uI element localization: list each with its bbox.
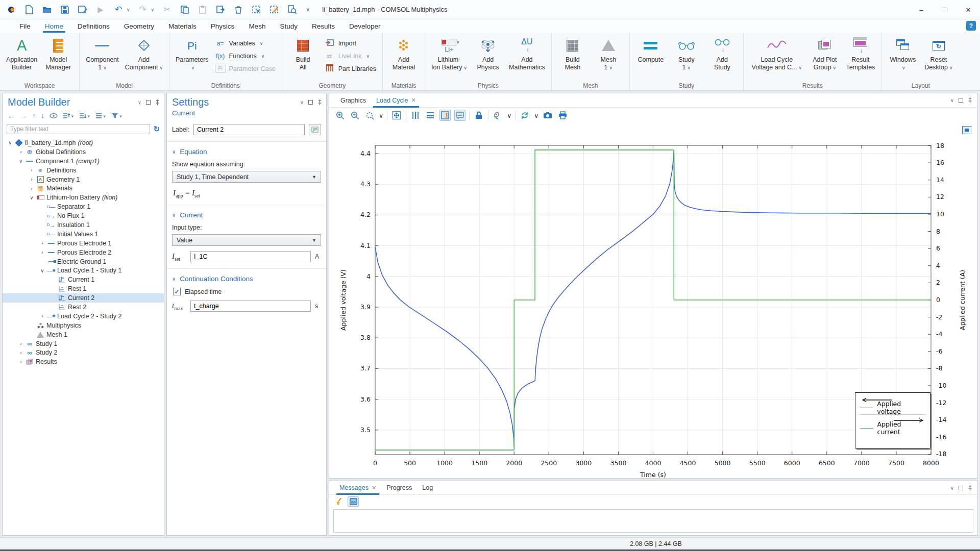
minimize-button[interactable]: –: [910, 0, 933, 19]
import-button[interactable]: Import: [321, 38, 379, 48]
dropdown-caret-icon[interactable]: ∨: [379, 112, 383, 119]
maximize-button[interactable]: [933, 0, 957, 19]
add-material-button[interactable]: AddMaterial: [386, 35, 422, 72]
duplicate-button[interactable]: [215, 5, 226, 15]
help-button[interactable]: ?: [966, 21, 976, 31]
clear-messages-button[interactable]: [333, 496, 345, 507]
save-button[interactable]: [60, 5, 70, 15]
panel-maximize-icon[interactable]: [308, 100, 313, 105]
tree-item-rest-2[interactable]: Rest 2: [3, 303, 164, 312]
tmax-input[interactable]: [190, 300, 311, 312]
expander-icon[interactable]: ›: [39, 240, 46, 246]
show-all-messages-button[interactable]: [348, 496, 359, 507]
expander-icon[interactable]: ∨: [28, 195, 35, 201]
redo-button[interactable]: ↷: [138, 5, 148, 15]
tree-item-lithium-ion-battery[interactable]: ∨Lithium-Ion Battery(liion): [3, 193, 164, 202]
tooltip-toggle-button[interactable]: [454, 110, 465, 121]
delete-button[interactable]: [233, 5, 243, 15]
tree-item-geometry-1[interactable]: ›AGeometry 1: [3, 175, 164, 184]
expander-icon[interactable]: ∨: [17, 158, 24, 164]
reset-desktop-button[interactable]: ↻ ResetDesktop∨: [921, 35, 957, 73]
functions-button[interactable]: f(x)Functions∨: [212, 51, 279, 61]
study-1-button[interactable]: Study1∨: [669, 35, 704, 73]
windows-button[interactable]: Windows∨: [885, 35, 921, 73]
panel-maximize-icon[interactable]: [959, 98, 963, 103]
component-1-button[interactable]: Component1∨: [83, 35, 122, 73]
build-all-button[interactable]: BuildAll: [285, 35, 321, 72]
select-box-button[interactable]: [251, 5, 261, 15]
dropdown-caret-icon[interactable]: ∨: [507, 112, 511, 119]
expander-icon[interactable]: ›: [28, 167, 35, 173]
section-continuation-conditions[interactable]: ∨Continuation Conditions: [167, 272, 326, 286]
undo-caret-icon[interactable]: ∨: [127, 7, 130, 12]
tab-messages[interactable]: Messages✕: [334, 481, 381, 495]
tree-item-root[interactable]: ∨li_battery_1d.mph(root): [3, 138, 164, 147]
tree-item-no-flux-1[interactable]: D→No Flux 1: [3, 211, 164, 220]
section-current[interactable]: ∨Current: [167, 208, 326, 222]
tree-item-insulation-1[interactable]: D→Insulation 1: [3, 220, 164, 230]
expander-icon[interactable]: ›: [28, 186, 35, 191]
select-draw-button[interactable]: [269, 5, 279, 15]
tree-item-component-1[interactable]: ∨Component 1(comp1): [3, 157, 164, 166]
print-button[interactable]: [557, 110, 568, 121]
parameter-case-button[interactable]: PiParameter Case: [212, 63, 279, 74]
tree-item-current-2[interactable]: Current 2: [3, 293, 164, 303]
tab-progress[interactable]: Progress: [381, 481, 417, 495]
add-plot-group-button[interactable]: Add PlotGroup∨: [807, 35, 843, 73]
tree-item-rest-1[interactable]: Rest 1: [3, 284, 164, 293]
copy-button[interactable]: [180, 5, 190, 15]
show-options-button[interactable]: [50, 113, 58, 118]
application-builder-button[interactable]: A ApplicationBuilder: [3, 35, 40, 72]
redo-caret-icon[interactable]: ∨: [151, 7, 155, 12]
build-mesh-button[interactable]: BuildMesh: [555, 35, 591, 72]
model-manager-button[interactable]: ModelManager: [40, 35, 76, 72]
parameters-button[interactable]: Pi Parameters∨: [173, 35, 212, 73]
tree-item-multiphysics[interactable]: Multiphysics: [3, 321, 164, 330]
tree-item-electric-ground-1[interactable]: Electric Ground 1: [3, 257, 164, 266]
close-button[interactable]: ✕: [957, 0, 980, 19]
menu-definitions[interactable]: Definitions: [70, 19, 117, 33]
find-button[interactable]: [287, 5, 297, 15]
expander-icon[interactable]: ›: [28, 177, 35, 182]
panel-pin-icon[interactable]: [317, 99, 322, 105]
tab-close-icon[interactable]: ✕: [372, 485, 376, 491]
livelink-button[interactable]: ⇄LiveLink∨: [321, 51, 379, 61]
add-physics-button[interactable]: AddPhysics: [470, 35, 506, 72]
paste-button[interactable]: [198, 5, 208, 15]
filter-button[interactable]: ∨: [111, 113, 122, 119]
tree-item-initial-values-1[interactable]: D—Initial Values 1: [3, 230, 164, 239]
qat-overflow-button[interactable]: ∨: [306, 6, 310, 13]
tree-item-current-1[interactable]: Current 1: [3, 275, 164, 284]
move-up-button[interactable]: ↑: [32, 112, 36, 120]
zoom-out-button[interactable]: [349, 110, 360, 121]
panel-pin-icon[interactable]: [968, 97, 972, 103]
new-file-button[interactable]: [24, 5, 34, 15]
create-note-button[interactable]: [309, 124, 321, 135]
tree-item-porous-electrode-2[interactable]: ›Porous Electrode 2: [3, 248, 164, 257]
undo-button[interactable]: ↶: [113, 5, 124, 15]
add-study-button[interactable]: ↓ AddStudy: [704, 35, 740, 72]
tree-item-mesh-1[interactable]: Mesh 1: [3, 330, 164, 339]
expander-icon[interactable]: ›: [39, 249, 46, 255]
expander-icon[interactable]: ∨: [7, 140, 14, 145]
load-cycle-voltage-button[interactable]: Load CycleVoltage and C...∨: [747, 35, 807, 73]
tab-load-cycle[interactable]: Load Cycle✕: [371, 93, 421, 108]
panel-pin-icon[interactable]: [968, 485, 972, 491]
mesh-1-button[interactable]: Mesh1∨: [591, 35, 626, 73]
lock-axes-button[interactable]: [473, 110, 484, 121]
tab-log[interactable]: Log: [417, 481, 438, 495]
menu-mesh[interactable]: Mesh: [241, 19, 273, 33]
menu-file[interactable]: File: [12, 19, 38, 33]
menu-materials[interactable]: Materials: [161, 19, 204, 33]
tree-filter-input[interactable]: [7, 124, 150, 134]
menu-physics[interactable]: Physics: [204, 19, 242, 33]
menu-developer[interactable]: Developer: [342, 19, 388, 33]
y-grid-button[interactable]: [425, 110, 436, 121]
lithium-ion-battery-button[interactable]: Li+ Lithium-Ion Battery∨: [428, 35, 470, 73]
x-grid-button[interactable]: [410, 110, 421, 121]
run-button[interactable]: ▶: [95, 5, 106, 15]
tree-item-results[interactable]: ›Results: [3, 357, 164, 366]
collapse-all-button[interactable]: ∨: [79, 113, 90, 119]
compute-button[interactable]: Compute: [633, 35, 669, 72]
expand-all-button[interactable]: ∨: [63, 113, 74, 119]
